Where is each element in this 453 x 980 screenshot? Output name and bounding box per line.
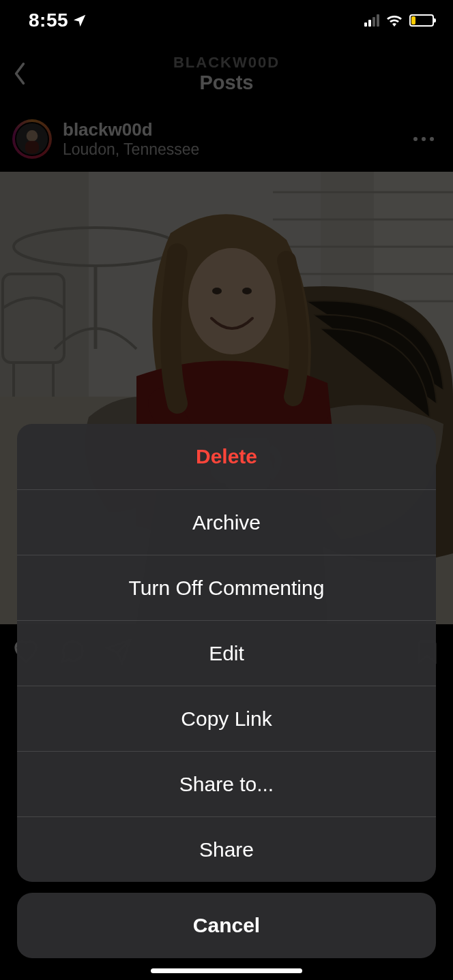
nav-page-title: Posts bbox=[0, 72, 453, 94]
edit-option[interactable]: Edit bbox=[17, 620, 436, 686]
post-username: blackw00d bbox=[63, 119, 396, 140]
status-right bbox=[364, 14, 434, 27]
turn-off-commenting-option[interactable]: Turn Off Commenting bbox=[17, 555, 436, 620]
battery-icon bbox=[409, 14, 434, 27]
location-services-icon bbox=[74, 14, 86, 27]
dot-icon bbox=[413, 137, 418, 141]
home-indicator[interactable] bbox=[151, 968, 302, 973]
battery-level bbox=[411, 16, 415, 25]
avatar-story-ring[interactable] bbox=[12, 119, 52, 159]
action-sheet: Delete Archive Turn Off Commenting Edit … bbox=[0, 424, 453, 980]
nav-username-label: BLACKW00D bbox=[0, 54, 453, 72]
post-location: Loudon, Tennessee bbox=[63, 140, 396, 159]
delete-option[interactable]: Delete bbox=[17, 424, 436, 489]
wifi-icon bbox=[386, 14, 403, 27]
share-to-option[interactable]: Share to... bbox=[17, 751, 436, 816]
copy-link-option[interactable]: Copy Link bbox=[17, 686, 436, 751]
status-bar: 8:55 bbox=[0, 0, 453, 41]
svg-point-18 bbox=[188, 248, 276, 354]
svg-point-19 bbox=[212, 288, 222, 294]
dot-icon bbox=[422, 137, 426, 141]
svg-rect-2 bbox=[25, 141, 39, 153]
cancel-button[interactable]: Cancel bbox=[17, 893, 436, 958]
status-left: 8:55 bbox=[29, 10, 86, 31]
svg-point-20 bbox=[242, 288, 252, 294]
nav-header: BLACKW00D Posts bbox=[0, 41, 453, 106]
archive-option[interactable]: Archive bbox=[17, 489, 436, 555]
post-header: blackw00d Loudon, Tennessee bbox=[0, 106, 453, 172]
avatar bbox=[15, 122, 49, 156]
more-options-button[interactable] bbox=[407, 130, 441, 148]
back-chevron-icon[interactable] bbox=[12, 61, 27, 86]
status-time: 8:55 bbox=[29, 10, 68, 31]
nav-title-group: BLACKW00D Posts bbox=[0, 54, 453, 94]
action-sheet-options: Delete Archive Turn Off Commenting Edit … bbox=[17, 424, 436, 882]
post-header-text[interactable]: blackw00d Loudon, Tennessee bbox=[63, 119, 396, 159]
share-option[interactable]: Share bbox=[17, 816, 436, 882]
svg-point-1 bbox=[27, 130, 38, 142]
cellular-signal-icon bbox=[364, 14, 379, 27]
dot-icon bbox=[430, 137, 434, 141]
